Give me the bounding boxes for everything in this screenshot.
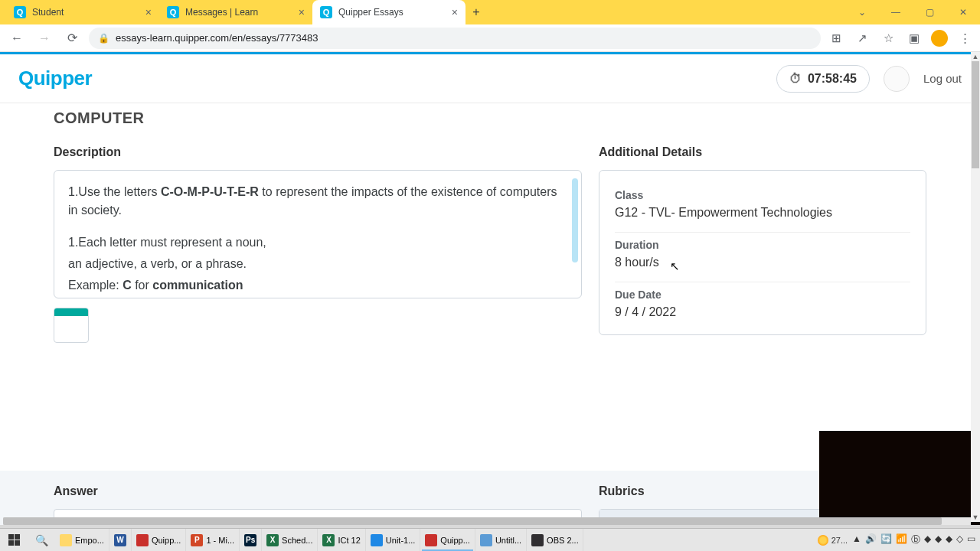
translate-icon[interactable]: ⊞ <box>827 29 845 47</box>
desc-text: 1.Use the letters <box>68 185 161 198</box>
chevron-down-icon[interactable]: ⌄ <box>845 0 879 24</box>
url-text: essays-learn.quipper.com/en/essays/77734… <box>116 32 318 44</box>
new-tab-button[interactable]: + <box>466 0 487 24</box>
taskbar-app[interactable]: Unit-1... <box>366 529 421 551</box>
tab-student[interactable]: Q Student × <box>6 0 159 24</box>
start-button[interactable] <box>0 529 28 552</box>
tray-icon[interactable]: 📶 <box>896 533 907 546</box>
taskbar-app[interactable]: W <box>109 529 132 551</box>
main-content: COMPUTER Description 1.Use the letters C… <box>0 103 980 471</box>
user-avatar[interactable] <box>884 66 910 92</box>
taskbar-app[interactable]: P1 - Mi... <box>186 529 240 551</box>
forward-button[interactable]: → <box>34 28 55 49</box>
taskbar-app[interactable]: OBS 2... <box>527 529 583 551</box>
maximize-icon[interactable]: ▢ <box>913 0 946 24</box>
tray-icon[interactable]: ⓑ <box>911 533 920 546</box>
quipper-favicon: Q <box>167 6 179 18</box>
app-header: Quipper ⏱ 07:58:45 Log out <box>0 54 980 103</box>
detail-label: Duration <box>615 239 910 251</box>
tray-icon[interactable]: ◆ <box>924 533 931 546</box>
quipper-favicon: Q <box>320 6 332 18</box>
back-button[interactable]: ← <box>6 28 28 49</box>
reload-button[interactable]: ⟳ <box>61 28 83 49</box>
window-controls: ⌄ — ▢ ✕ <box>845 0 980 24</box>
tray-icon[interactable]: ◇ <box>956 533 963 546</box>
taskbar-app-label: Quipp... <box>440 536 470 545</box>
description-heading: Description <box>54 145 582 159</box>
taskbar-app[interactable]: Untitl... <box>475 529 527 551</box>
weather-widget[interactable]: 27... <box>818 535 848 546</box>
url-field[interactable]: 🔒 essays-learn.quipper.com/en/essays/777… <box>89 28 821 49</box>
horizontal-scroll-thumb[interactable] <box>3 517 942 525</box>
lock-icon: 🔒 <box>98 33 109 44</box>
app-icon <box>136 534 149 546</box>
horizontal-scrollbar[interactable] <box>3 517 971 525</box>
tray-icon[interactable]: ◆ <box>935 533 942 546</box>
quipper-logo[interactable]: Quipper <box>18 67 92 90</box>
app-icon: X <box>266 534 279 546</box>
tray-icon[interactable]: ▲ <box>852 533 861 546</box>
taskbar-app-label: 1 - Mi... <box>206 536 234 545</box>
tab-messages[interactable]: Q Messages | Learn × <box>159 0 312 24</box>
extensions-icon[interactable]: ▣ <box>905 29 923 47</box>
weather-temp: 27... <box>831 536 848 545</box>
taskbar-app[interactable]: Quipp... <box>132 529 187 551</box>
timer-value: 07:58:45 <box>808 72 857 86</box>
taskbar-app-label: ICt 12 <box>338 536 360 545</box>
close-window-icon[interactable]: ✕ <box>946 0 980 24</box>
desc-text: an adjective, a verb, or a phrase. <box>68 255 567 273</box>
taskbar-app-label: Empo... <box>75 536 104 545</box>
answer-heading: Answer <box>54 484 582 498</box>
app-icon <box>60 534 72 546</box>
detail-class: Class G12 - TVL- Empowerment Technologie… <box>615 183 910 233</box>
menu-icon[interactable]: ⋮ <box>956 29 974 47</box>
taskbar-app[interactable]: Quipp... <box>420 529 475 551</box>
close-icon[interactable]: × <box>299 6 305 18</box>
address-bar: ← → ⟳ 🔒 essays-learn.quipper.com/en/essa… <box>0 24 980 52</box>
taskbar-app[interactable]: Ps <box>240 529 262 551</box>
system-tray: 27... ▲🔊🔄📶ⓑ◆◆◆◇▭ <box>813 533 980 546</box>
taskbar-app-label: Untitl... <box>495 536 521 545</box>
detail-due-date: Due Date 9 / 4 / 2022 <box>615 282 910 322</box>
profile-avatar[interactable] <box>931 30 948 47</box>
picture-in-picture-overlay[interactable] <box>819 431 980 526</box>
desc-text: for <box>132 279 153 292</box>
tab-title: Messages | Learn <box>185 7 292 18</box>
desc-bold: C <box>122 279 132 292</box>
app-icon <box>531 534 544 546</box>
tray-icon[interactable]: ▭ <box>967 533 975 546</box>
share-icon[interactable]: ↗ <box>853 29 871 47</box>
close-icon[interactable]: × <box>452 6 458 18</box>
tray-icon[interactable]: ◆ <box>946 533 952 546</box>
windows-logo-icon <box>8 534 20 546</box>
taskbar-app[interactable]: Empo... <box>55 529 109 551</box>
taskbar-app[interactable]: XICt 12 <box>318 529 365 551</box>
taskbar-app-label: Sched... <box>282 536 312 545</box>
detail-value: G12 - TVL- Empowerment Technologies <box>615 206 910 220</box>
star-icon[interactable]: ☆ <box>879 29 897 47</box>
sun-icon <box>818 535 828 546</box>
timer-pill: ⏱ 07:58:45 <box>776 65 870 93</box>
scroll-down-arrow[interactable]: ▼ <box>971 513 980 522</box>
vertical-scroll-thumb[interactable] <box>972 61 979 168</box>
scrollbar-thumb[interactable] <box>572 178 578 262</box>
app-icon: X <box>322 534 335 546</box>
attachment-thumbnail[interactable] <box>54 308 89 343</box>
app-icon <box>371 534 383 546</box>
toolbar-right: ⊞ ↗ ☆ ▣ ⋮ <box>827 29 974 47</box>
scroll-up-arrow[interactable]: ▲ <box>971 52 980 61</box>
taskbar-search[interactable]: 🔍 <box>28 534 55 546</box>
minimize-icon[interactable]: — <box>879 0 913 24</box>
vertical-scrollbar[interactable]: ▲ ▼ <box>971 52 980 522</box>
detail-duration: Duration 8 hour/s <box>615 233 910 282</box>
tab-title: Quipper Essays <box>338 7 446 18</box>
tab-essays[interactable]: Q Quipper Essays × <box>312 0 466 24</box>
tray-icon[interactable]: 🔄 <box>880 533 892 546</box>
close-icon[interactable]: × <box>145 6 152 18</box>
page-title: COMPUTER <box>54 109 926 127</box>
tray-icon[interactable]: 🔊 <box>865 533 877 546</box>
logout-link[interactable]: Log out <box>923 72 962 85</box>
taskbar-app[interactable]: XSched... <box>262 529 318 551</box>
detail-label: Class <box>615 189 910 201</box>
taskbar-items: Empo...WQuipp...P1 - Mi...PsXSched...XIC… <box>55 529 583 551</box>
